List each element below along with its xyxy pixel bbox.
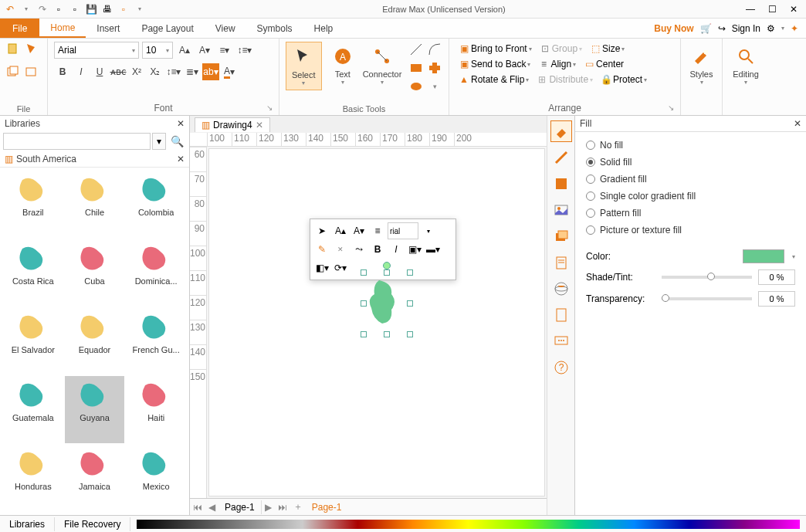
bullets-button[interactable]: ≣▾ [184, 63, 201, 80]
shade-slider[interactable] [662, 276, 752, 279]
mini-bold[interactable]: B [369, 241, 386, 258]
color-picker[interactable] [743, 249, 784, 263]
center-button[interactable]: ▭Center [581, 57, 627, 71]
mini-italic[interactable]: I [388, 241, 405, 258]
library-item[interactable]: Cuba [65, 239, 125, 307]
library-item[interactable]: Jamaica [65, 445, 125, 512]
superscript-button[interactable]: X² [128, 63, 145, 80]
image-tool-icon[interactable] [550, 199, 572, 221]
resize-handle-ne[interactable] [407, 269, 413, 276]
tab-page-layout[interactable]: Page Layout [130, 20, 204, 37]
page-tab-alt[interactable]: Page-1 [306, 500, 348, 514]
mini-fill-icon[interactable]: ▣▾ [406, 241, 423, 258]
mini-align[interactable]: ≡ [369, 222, 386, 239]
tab-insert[interactable]: Insert [86, 20, 130, 37]
library-item[interactable]: Equador [65, 308, 125, 375]
fill-option[interactable]: Solid fill [586, 157, 795, 168]
maximize-button[interactable]: ☐ [763, 4, 781, 15]
selected-shape[interactable] [364, 273, 410, 334]
group-button[interactable]: ⊡Group▾ [537, 42, 585, 56]
tab-home[interactable]: Home [39, 19, 86, 38]
undo-icon[interactable]: ↶ [3, 2, 17, 16]
page-first-icon[interactable]: ⏮ [190, 502, 205, 513]
font-size-select[interactable]: 10▾ [142, 42, 173, 59]
library-item[interactable]: Chile [65, 171, 125, 238]
help-tool-icon[interactable]: ? [550, 357, 572, 378]
format-painter-icon[interactable] [25, 42, 39, 56]
library-item[interactable]: Guyana [65, 376, 125, 443]
rect-shape[interactable] [408, 60, 424, 76]
page-tool-icon[interactable] [550, 304, 572, 326]
app-logo-icon[interactable]: ✦ [791, 23, 798, 34]
library-item[interactable]: Brazil [3, 171, 63, 238]
export-icon[interactable]: ▫ [117, 2, 130, 16]
fill-option[interactable]: Single color gradient fill [586, 191, 795, 202]
mini-font-input[interactable] [388, 222, 418, 239]
mini-line-icon[interactable]: ▬▾ [425, 241, 442, 258]
comment-tool-icon[interactable] [550, 330, 572, 352]
protect-button[interactable]: 🔒Protect▾ [598, 73, 650, 86]
buy-now-link[interactable]: Buy Now [654, 23, 693, 34]
mini-connector-icon[interactable]: ⤳ [351, 241, 367, 258]
line-tool-icon[interactable] [550, 147, 572, 168]
close-button[interactable]: ✕ [784, 4, 803, 15]
library-search-input[interactable] [3, 133, 151, 150]
bring-to-front-button[interactable]: ▣Bring to Front▾ [455, 42, 535, 56]
strike-button[interactable]: ᴀʙᴄ [110, 63, 127, 80]
align-text-icon[interactable]: ≡▾ [216, 42, 233, 59]
globe-tool-icon[interactable] [550, 278, 572, 300]
status-libraries[interactable]: Libraries [0, 517, 55, 531]
select-tool[interactable]: Select ▾ [286, 42, 322, 90]
redo-icon[interactable]: ↷ [36, 2, 49, 16]
page-last-icon[interactable]: ⏭ [275, 502, 290, 513]
underline-button[interactable]: U [91, 63, 108, 80]
doc-close-icon[interactable]: ✕ [256, 120, 263, 130]
mini-increase-font[interactable]: A▴ [332, 222, 349, 239]
resize-handle-se[interactable] [407, 331, 413, 337]
open-icon[interactable]: ▫ [68, 2, 82, 16]
line-spacing-icon[interactable]: ↕≡▾ [236, 42, 253, 59]
arrange-launcher-icon[interactable]: ↘ [668, 103, 674, 112]
fill-close-icon[interactable]: ✕ [794, 118, 801, 129]
fill-option[interactable]: Gradient fill [586, 174, 795, 185]
sign-in-link[interactable]: Sign In [732, 23, 760, 34]
fill-tool-icon[interactable] [550, 120, 572, 142]
search-dropdown[interactable]: ▾ [152, 133, 166, 150]
transparency-value[interactable] [758, 291, 795, 307]
arc-shape[interactable] [427, 42, 442, 57]
fill-option[interactable]: No fill [586, 140, 795, 151]
libraries-close-icon[interactable]: ✕ [177, 118, 185, 129]
cut-icon[interactable] [25, 65, 39, 79]
more-shapes[interactable]: ▾ [427, 79, 442, 94]
subscript-button[interactable]: X₂ [147, 63, 164, 80]
status-file-recovery[interactable]: File Recovery [55, 517, 130, 531]
library-item[interactable]: Costa Rica [3, 239, 63, 307]
editing-button[interactable]: Editing▾ [729, 42, 763, 89]
transparency-slider[interactable] [662, 297, 752, 300]
font-color-button[interactable]: A▾ [221, 63, 238, 80]
color-dropdown[interactable]: ▾ [792, 253, 795, 260]
resize-handle-sw[interactable] [361, 331, 367, 337]
minimize-button[interactable]: — [741, 4, 760, 15]
shade-value[interactable] [758, 269, 795, 285]
line-shape[interactable] [408, 42, 424, 57]
resize-handle-w[interactable] [361, 300, 367, 307]
library-item[interactable]: Guatemala [3, 376, 63, 443]
styles-button[interactable]: Styles▾ [687, 42, 716, 89]
library-item[interactable]: Mexico [126, 445, 186, 512]
clipboard-tool-icon[interactable] [550, 252, 572, 273]
resize-handle-e[interactable] [407, 300, 413, 307]
library-item[interactable]: Dominica... [126, 239, 186, 307]
document-tab[interactable]: ▥Drawing4✕ [195, 117, 270, 132]
size-button[interactable]: ⬚Size▾ [587, 42, 628, 56]
tab-symbols[interactable]: Symbols [246, 20, 303, 37]
fill-option[interactable]: Pattern fill [586, 208, 795, 219]
library-item[interactable]: Colombia [126, 171, 186, 238]
resize-handle-s[interactable] [384, 331, 390, 337]
share-icon[interactable]: ↪ [718, 23, 726, 34]
tab-view[interactable]: View [205, 20, 246, 37]
increase-font-icon[interactable]: A▴ [176, 42, 193, 59]
mini-more-icon[interactable]: ⟳▾ [332, 259, 349, 276]
page-prev-icon[interactable]: ◀ [205, 502, 218, 513]
library-close-icon[interactable]: ✕ [177, 154, 185, 164]
